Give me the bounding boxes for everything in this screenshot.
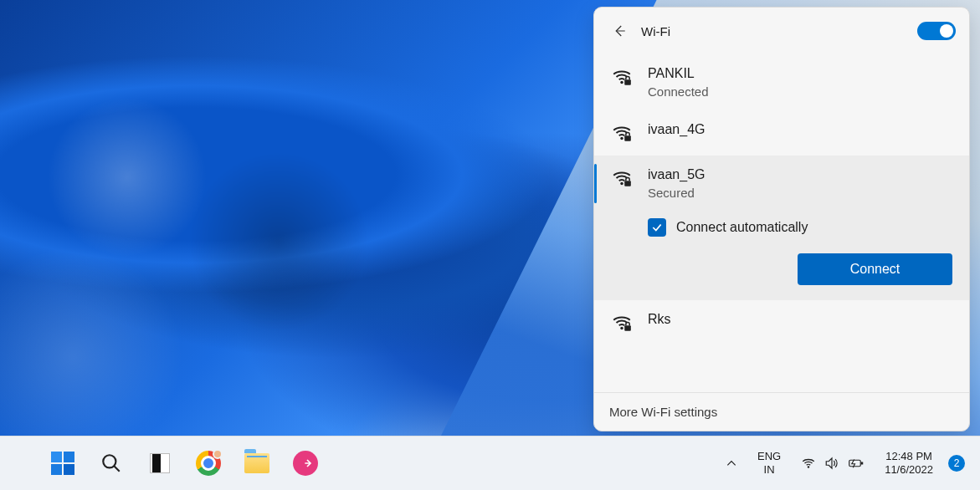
clock-date: 11/6/2022 (885, 463, 933, 477)
chevron-up-icon (726, 457, 737, 469)
svg-point-9 (808, 466, 809, 467)
wifi-toggle[interactable] (917, 22, 956, 40)
task-view-icon (150, 453, 170, 473)
file-explorer-icon (244, 453, 269, 473)
svg-rect-1 (624, 79, 631, 85)
quick-settings-button[interactable] (796, 452, 870, 474)
search-button[interactable] (95, 447, 127, 479)
auto-connect-label: Connect automatically (676, 220, 808, 235)
taskbar-pinned-apps (47, 447, 321, 479)
svg-point-6 (620, 327, 623, 329)
language-line1: ENG (757, 450, 781, 463)
language-indicator[interactable]: ENG IN (754, 447, 784, 479)
svg-point-2 (620, 137, 623, 140)
wifi-network-status: Secured (648, 186, 952, 200)
wifi-secure-icon (611, 312, 633, 334)
wifi-network-expanded: Connect automatically Connect (594, 212, 969, 300)
back-icon (612, 23, 627, 38)
wifi-network-item[interactable]: PANKIL Connected (594, 54, 969, 110)
wifi-panel-title: Wi-Fi (641, 24, 670, 38)
wifi-secure-icon (611, 66, 633, 88)
system-tray: ENG IN (721, 447, 965, 479)
svg-rect-10 (849, 460, 861, 467)
wifi-network-name: ivaan_4G (648, 122, 952, 137)
wifi-panel-header: Wi-Fi (594, 8, 969, 54)
wifi-secure-icon (611, 122, 633, 144)
svg-point-8 (103, 455, 115, 467)
svg-rect-7 (624, 325, 631, 331)
desktop: Wi-Fi PANKIL (0, 0, 980, 490)
start-button[interactable] (47, 447, 79, 479)
clock-time: 12:48 PM (885, 450, 932, 463)
wifi-network-name: PANKIL (648, 66, 952, 81)
auto-connect-checkbox[interactable] (648, 218, 666, 237)
svg-rect-11 (861, 462, 863, 465)
wifi-icon (801, 456, 816, 471)
notification-badge[interactable]: 2 (948, 455, 965, 472)
more-wifi-settings-link[interactable]: More Wi-Fi settings (594, 392, 969, 431)
chrome-app-button[interactable] (192, 447, 224, 479)
language-line2: IN (764, 463, 775, 477)
wifi-network-status: Connected (648, 84, 952, 99)
back-button[interactable] (608, 19, 631, 43)
tray-overflow-button[interactable] (721, 454, 742, 472)
windows-logo-icon (51, 452, 74, 475)
auto-connect-row[interactable]: Connect automatically (648, 218, 952, 237)
wifi-network-name: ivaan_5G (648, 167, 952, 182)
wifi-network-name: Rks (648, 312, 952, 327)
volume-icon (824, 456, 839, 471)
taskbar: ENG IN (0, 436, 980, 490)
task-view-button[interactable] (144, 447, 176, 479)
wifi-network-item[interactable]: ivaan_4G (594, 110, 969, 156)
app-icon (293, 451, 318, 476)
svg-point-0 (620, 81, 623, 84)
wifi-secure-icon (611, 167, 633, 189)
search-icon (100, 452, 122, 474)
svg-rect-3 (624, 135, 631, 141)
clock[interactable]: 12:48 PM 11/6/2022 (881, 447, 936, 479)
wifi-network-list[interactable]: PANKIL Connected ivaan (594, 54, 969, 392)
connect-button[interactable]: Connect (798, 253, 952, 285)
file-explorer-button[interactable] (241, 447, 273, 479)
battery-icon (848, 456, 865, 471)
wifi-network-item-selected[interactable]: ivaan_5G Secured (594, 156, 969, 212)
wifi-flyout-panel: Wi-Fi PANKIL (593, 7, 970, 431)
pinned-app-button[interactable] (290, 447, 321, 479)
checkmark-icon (651, 222, 663, 233)
svg-point-4 (620, 182, 623, 185)
chrome-icon (196, 451, 221, 476)
svg-rect-5 (624, 181, 631, 186)
wifi-network-item[interactable]: Rks (594, 300, 969, 345)
